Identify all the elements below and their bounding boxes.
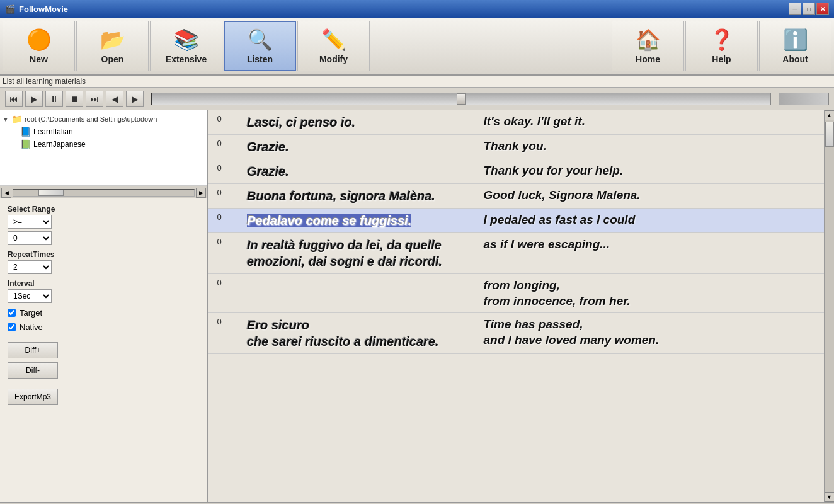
row-num: 0 (208, 110, 231, 135)
maximize-button[interactable]: □ (803, 3, 815, 15)
toolbar-right: 🏠 Home ❓ Help ℹ️ About (612, 21, 831, 71)
export-mp3-button[interactable]: ExportMp3 (8, 389, 58, 405)
extensive-button[interactable]: 📚 Extensive (150, 21, 222, 71)
main-container: ⏮ ▶ ⏸ ⏹ ⏭ ◀ ▶ ▼ 📁 root (C:\Documents and… (0, 88, 834, 502)
subtitle-scroll[interactable]: 0Lasci, ci penso io.It's okay. I'll get … (208, 110, 824, 502)
table-row[interactable]: 0Pedalavo come se fuggissi.I pedaled as … (208, 209, 824, 233)
skip-back-button[interactable]: ⏮ (5, 91, 23, 107)
new-button[interactable]: 🟠 New (3, 21, 75, 71)
transport-bar: ⏮ ▶ ⏸ ⏹ ⏭ ◀ ▶ (0, 88, 834, 110)
toolbar-left: 🟠 New 📂 Open 📚 Extensive 🔍 Listen ✏️ Mod… (3, 21, 370, 71)
table-row[interactable]: 0Buona fortuna, signora Malèna.Good luck… (208, 184, 824, 209)
scroll-up-button[interactable]: ▲ (825, 110, 835, 120)
help-label: Help (712, 54, 731, 64)
repeat-times-dropdown[interactable]: 1 2 3 5 (8, 260, 52, 274)
tree-japanese-icon: 📗 (20, 139, 31, 149)
table-row[interactable]: 0Lasci, ci penso io.It's okay. I'll get … (208, 110, 824, 135)
extensive-icon: 📚 (174, 28, 199, 52)
target-checkbox[interactable] (8, 309, 16, 317)
row-marker (231, 159, 244, 184)
home-icon: 🏠 (636, 28, 661, 52)
diff-minus-button[interactable]: Diff- (8, 362, 58, 379)
row-native: It's okay. I'll get it. (481, 110, 824, 135)
title-bar: 🎬 FollowMovie ─ □ ✕ (0, 0, 834, 18)
row-marker (231, 274, 244, 313)
table-row[interactable]: 0Grazie.Thank you for your help. (208, 159, 824, 184)
diff-buttons: Diff+ Diff- (8, 342, 200, 379)
row-num: 0 (208, 135, 231, 159)
about-label: About (782, 54, 808, 64)
modify-icon: ✏️ (321, 28, 346, 52)
home-button[interactable]: 🏠 Home (612, 21, 684, 71)
select-range-row2: 0 1 2 3 5 (8, 231, 200, 245)
help-button[interactable]: ❓ Help (685, 21, 758, 71)
select-op-dropdown[interactable]: >= <= = > < (8, 215, 52, 229)
listen-icon: 🔍 (248, 28, 273, 52)
volume-slider[interactable] (779, 93, 829, 105)
subtitle-native-text: Thank you. (484, 139, 547, 152)
minimize-button[interactable]: ─ (789, 3, 801, 15)
menubar-text: List all learning materials (3, 77, 86, 86)
progress-slider[interactable] (151, 93, 771, 105)
row-native: from longing, from innocence, from her. (481, 274, 824, 313)
row-native: Thank you for your help. (481, 159, 824, 184)
about-button[interactable]: ℹ️ About (759, 21, 831, 71)
select-num-dropdown[interactable]: 0 1 2 3 5 (8, 231, 52, 245)
prev-button[interactable]: ◀ (106, 91, 123, 107)
scroll-right-button[interactable]: ▶ (196, 188, 206, 198)
native-row: Native (8, 323, 200, 332)
diff-plus-button[interactable]: Diff+ (8, 342, 58, 358)
table-row[interactable]: 0Ero sicuro che sarei riuscito a dimenti… (208, 313, 824, 354)
title-bar-title: 🎬 FollowMovie (5, 4, 68, 14)
scroll-down-button[interactable]: ▼ (825, 492, 835, 502)
table-row[interactable]: 0from longing, from innocence, from her. (208, 274, 824, 313)
select-range-section: Select Range >= <= = > < 0 1 (8, 205, 200, 245)
title-bar-controls: ─ □ ✕ (789, 3, 829, 15)
table-row[interactable]: 0Grazie.Thank you. (208, 135, 824, 159)
pause-button[interactable]: ⏸ (45, 91, 63, 107)
row-native: Thank you. (481, 135, 824, 159)
row-marker (231, 110, 244, 135)
row-target (244, 274, 481, 313)
subtitle-native-text: I pedaled as fast as I could (484, 213, 636, 226)
subtitle-native-text: It's okay. I'll get it. (484, 115, 585, 128)
play-button[interactable]: ▶ (25, 91, 43, 107)
tree-root[interactable]: ▼ 📁 root (C:\Documents and Settings\upto… (3, 113, 205, 125)
row-target: Pedalavo come se fuggissi. (244, 209, 481, 233)
tree-item-japanese[interactable]: 📗 LearnJapanese (20, 138, 205, 151)
right-scrollbar[interactable]: ▲ ▼ (824, 110, 834, 502)
sidebar-tree: ▼ 📁 root (C:\Documents and Settings\upto… (0, 110, 207, 186)
subtitle-target-text: Grazie. (247, 164, 289, 178)
help-icon: ❓ (709, 28, 734, 52)
close-button[interactable]: ✕ (816, 3, 829, 15)
row-target: In realtà fuggivo da lei, da quelle emoz… (244, 233, 481, 274)
select-range-row1: >= <= = > < (8, 215, 200, 229)
scroll-thumb (38, 190, 64, 196)
next-button[interactable]: ▶ (126, 91, 144, 107)
table-row[interactable]: 0In realtà fuggivo da lei, da quelle emo… (208, 233, 824, 274)
listen-button[interactable]: 🔍 Listen (224, 21, 296, 71)
progress-thumb (457, 93, 466, 105)
row-marker (231, 209, 244, 233)
stop-button[interactable]: ⏹ (66, 91, 83, 107)
native-checkbox[interactable] (8, 323, 16, 331)
tree-item-italian[interactable]: 📘 LearnItalian (20, 125, 205, 138)
scroll-left-button[interactable]: ◀ (1, 188, 11, 198)
scroll-track-right[interactable] (825, 120, 834, 492)
row-num: 0 (208, 313, 231, 354)
app-icon: 🎬 (5, 4, 15, 14)
row-target: Lasci, ci penso io. (244, 110, 481, 135)
open-button[interactable]: 📂 Open (76, 21, 149, 71)
extensive-label: Extensive (166, 54, 207, 64)
new-icon: 🟠 (26, 28, 52, 52)
sidebar-scrollbar[interactable]: ◀ ▶ (0, 186, 207, 198)
target-label: Target (20, 308, 42, 318)
scroll-thumb-right (825, 122, 834, 147)
modify-button[interactable]: ✏️ Modify (297, 21, 370, 71)
subtitle-target-text: Ero sicuro che sarei riuscito a dimentic… (247, 318, 439, 348)
interval-dropdown[interactable]: 1Sec 2Sec 3Sec 5Sec (8, 289, 52, 303)
subtitle-native-text: from longing, from innocence, from her. (484, 278, 631, 307)
skip-forward-button[interactable]: ⏭ (86, 91, 103, 107)
scroll-track[interactable] (13, 189, 195, 197)
subtitle-native-text: Time has passed, and I have loved many w… (484, 318, 660, 346)
